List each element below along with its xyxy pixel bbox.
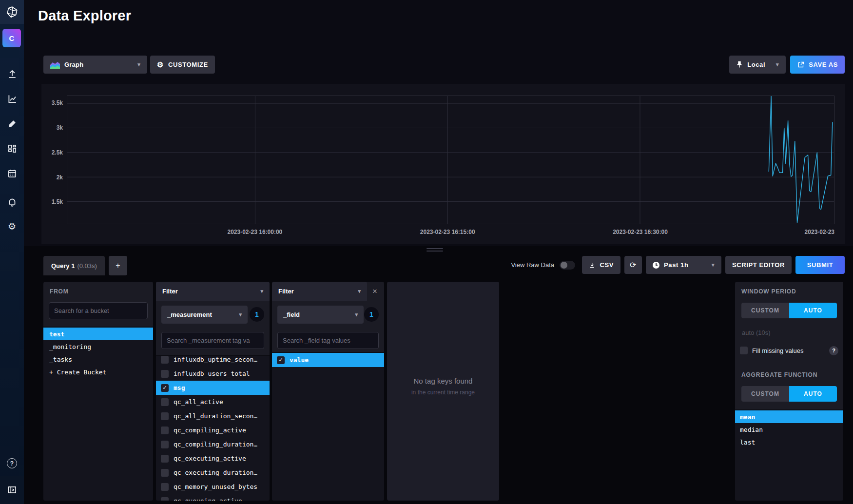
sidebar-bottom: ? [0, 451, 24, 504]
create-bucket-button[interactable]: + Create Bucket [43, 366, 153, 378]
fill-missing-checkbox[interactable] [740, 347, 748, 354]
measurement-item[interactable]: qc_executing_duration… [156, 465, 270, 480]
checkbox[interactable] [161, 426, 169, 434]
alerts-icon[interactable] [0, 189, 24, 214]
aggregate-function-list: mean median last [735, 409, 843, 501]
field-search-input[interactable] [277, 332, 379, 349]
measurement-item[interactable]: influxdb_uptime_secon… [156, 355, 270, 367]
measurement-item[interactable]: qc_all_active [156, 395, 270, 409]
checkbox[interactable] [161, 356, 169, 364]
dashboards-icon[interactable] [0, 136, 24, 161]
bucket-item[interactable]: _tasks [43, 353, 153, 366]
tag-key-dropdown[interactable]: _field ▾ [277, 306, 364, 324]
bucket-search-input[interactable] [49, 302, 148, 319]
checkbox[interactable] [161, 455, 169, 463]
custom-button[interactable]: CUSTOM [741, 303, 789, 318]
measurement-item[interactable]: qc_compiling_active [156, 423, 270, 437]
local-label: Local [747, 61, 765, 68]
measurement-item[interactable]: ✓msg [156, 381, 270, 395]
measurement-item[interactable]: qc_all_duration_secon… [156, 409, 270, 423]
measurement-item[interactable]: qc_queueing_active [156, 494, 270, 501]
query-duration: (0.03s) [77, 262, 97, 270]
window-period-value: auto (10s) [742, 329, 771, 336]
checkbox[interactable] [161, 370, 169, 378]
auto-button[interactable]: AUTO [789, 386, 837, 402]
chevron-down-icon: ▾ [137, 61, 140, 68]
data-explorer-icon[interactable] [0, 86, 24, 111]
window-period-title: WINDOW PERIOD [741, 288, 796, 295]
local-dropdown[interactable]: Local ▾ [729, 56, 786, 74]
filter-title: Filter [162, 288, 178, 295]
remove-filter-icon[interactable]: × [369, 286, 380, 297]
measurement-list: influxdb_uptime_secon… influxdb_users_to… [156, 355, 270, 501]
expand-sidebar-icon[interactable] [0, 476, 24, 504]
refresh-button[interactable]: ⟳ [624, 256, 642, 274]
checkbox[interactable] [161, 441, 169, 448]
checkbox-checked[interactable]: ✓ [161, 384, 169, 392]
help-tooltip-icon[interactable]: ? [829, 346, 838, 355]
custom-button[interactable]: CUSTOM [741, 386, 789, 402]
tag-key-dropdown[interactable]: _measurement ▾ [161, 306, 248, 324]
add-query-button[interactable]: + [109, 256, 127, 275]
measurement-item[interactable]: qc_memory_unused_bytes [156, 480, 270, 494]
submit-label: SUBMIT [807, 261, 833, 269]
x-tick-label: 2023-02-23 [805, 229, 834, 235]
checkbox[interactable] [161, 483, 169, 491]
bucket-list: test _monitoring _tasks + Create Bucket [43, 327, 153, 501]
toggle-knob [561, 262, 567, 269]
chevron-down-icon: ▾ [776, 61, 779, 68]
help-icon[interactable]: ? [0, 451, 24, 476]
view-raw-data-toggle[interactable] [560, 261, 575, 270]
bucket-item[interactable]: _monitoring [43, 340, 153, 353]
aggregate-item[interactable]: mean [735, 410, 843, 423]
refresh-icon: ⟳ [630, 260, 637, 270]
sidebar-nav: ⚙ [0, 61, 24, 239]
measurement-item[interactable]: qc_executing_active [156, 451, 270, 465]
aggregate-function-title: AGGREGATE FUNCTION [741, 371, 817, 378]
download-icon [589, 262, 595, 269]
script-editor-button[interactable]: SCRIPT EDITOR [725, 256, 792, 274]
avatar[interactable]: C [2, 29, 21, 47]
measurement-item[interactable]: influxdb_users_total [156, 367, 270, 381]
pin-icon [736, 61, 743, 68]
panel-resize-handle[interactable] [426, 248, 443, 253]
script-editor-label: SCRIPT EDITOR [732, 261, 785, 269]
influxdb-logo-icon[interactable] [0, 0, 24, 24]
query-tab[interactable]: Query 1 (0.03s) [43, 256, 105, 275]
save-as-button[interactable]: SAVE AS [790, 56, 845, 74]
window-period-card: WINDOW PERIOD CUSTOM AUTO auto (10s) Fil… [735, 282, 843, 501]
field-list: ✓value [272, 352, 384, 501]
visualization-type-dropdown[interactable]: Graph ▾ [43, 56, 147, 74]
y-tick-label: 2k [41, 174, 63, 181]
checkbox[interactable] [161, 469, 169, 477]
fill-missing-values-row: Fill missing values ? [740, 346, 838, 355]
filter-type-dropdown[interactable]: Filter ▾ [156, 282, 270, 301]
notebooks-icon[interactable] [0, 111, 24, 136]
measurement-item[interactable]: qc_compiling_duration… [156, 437, 270, 451]
customize-label: CUSTOMIZE [168, 61, 208, 68]
field-item[interactable]: ✓value [272, 353, 384, 367]
query-controls: View Raw Data CSV ⟳ Past 1h ▾ SCRIPT EDI… [511, 256, 845, 274]
aggregate-item[interactable]: last [735, 436, 843, 448]
time-range-dropdown[interactable]: Past 1h ▾ [646, 256, 721, 274]
checkbox[interactable] [161, 398, 169, 406]
filter-type-dropdown[interactable]: Filter ▾ [272, 282, 367, 301]
tasks-icon[interactable] [0, 161, 24, 186]
checkbox[interactable] [161, 497, 169, 501]
load-data-icon[interactable] [0, 61, 24, 86]
checkbox[interactable] [161, 412, 169, 420]
empty-state-subtitle: in the current time range [387, 389, 499, 396]
bucket-item[interactable]: test [43, 328, 153, 340]
checkbox-checked[interactable]: ✓ [277, 356, 285, 364]
visualization-type-label: Graph [64, 61, 83, 68]
chevron-down-icon: ▾ [355, 311, 358, 318]
aggregate-item[interactable]: median [735, 423, 843, 436]
submit-button[interactable]: SUBMIT [795, 256, 845, 274]
csv-download-button[interactable]: CSV [582, 256, 620, 274]
filter-title: Filter [278, 288, 294, 295]
page-title: Data Explorer [38, 8, 131, 24]
measurement-search-input[interactable] [161, 332, 264, 349]
settings-icon[interactable]: ⚙ [0, 214, 24, 239]
auto-button[interactable]: AUTO [789, 303, 837, 318]
customize-button[interactable]: ⚙ CUSTOMIZE [150, 56, 215, 74]
